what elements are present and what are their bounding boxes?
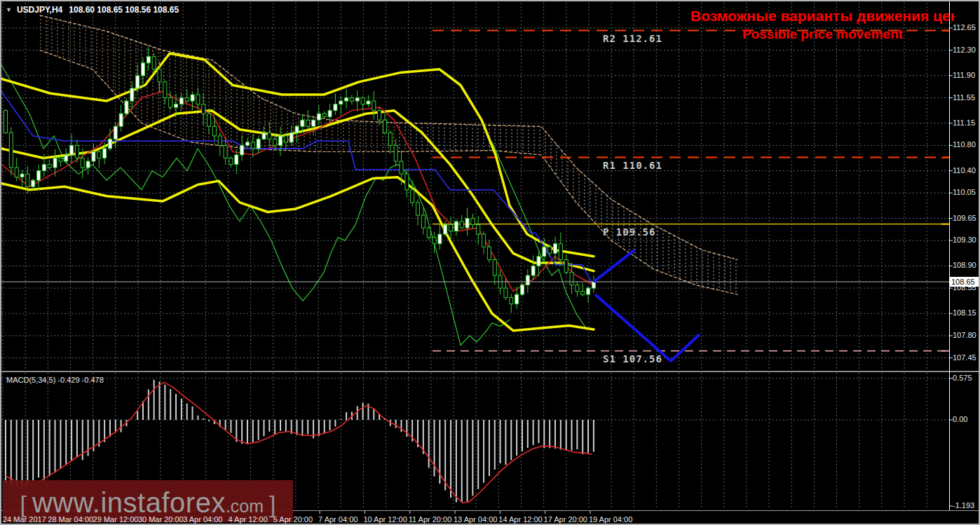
annotation-text: Возможные варианты движения цены Possibl… xyxy=(690,7,955,43)
price-chart-canvas[interactable] xyxy=(1,1,980,525)
chart-window: ▼USDJPY,H4108.60 108.65 108.56 108.65 Во… xyxy=(0,0,980,525)
bollinger-upper xyxy=(1,53,594,257)
candles xyxy=(4,47,596,313)
annotation-line-en: Possible price movement xyxy=(690,25,955,43)
green-ma-line xyxy=(492,142,587,329)
macd-indicator-label: MACD(5,34,5) -0.429 -0.478 xyxy=(6,376,104,384)
watermark-domain-suffix: .com xyxy=(226,496,264,517)
watermark-close-bracket: ] xyxy=(264,491,281,518)
bollinger-lower xyxy=(1,177,594,331)
watermark-text: www.instaforex xyxy=(32,487,226,519)
grid xyxy=(1,3,949,510)
annotation-line-ru: Возможные варианты движения цены xyxy=(690,7,955,25)
watermark-open-bracket: [ xyxy=(14,491,32,518)
senkou-span-b xyxy=(40,50,737,294)
watermark: [www.instaforex.com] xyxy=(3,480,293,522)
symbol-dropdown-icon[interactable]: ▼ xyxy=(6,6,12,13)
ohlc-values: 108.60 108.65 108.56 108.65 xyxy=(69,5,179,15)
symbol-timeframe-label: USDJPY,H4 xyxy=(17,5,62,15)
chart-title: ▼USDJPY,H4108.60 108.65 108.56 108.65 xyxy=(6,5,179,15)
forecast-line-1[interactable] xyxy=(594,251,634,281)
